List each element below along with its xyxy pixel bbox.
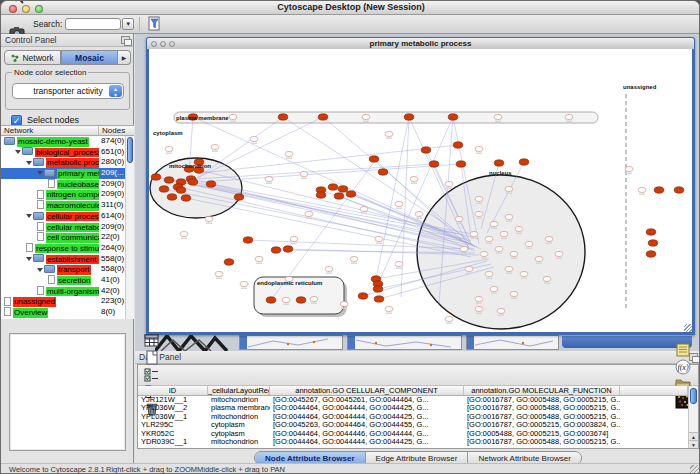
expand-arrow-icon[interactable]	[26, 214, 32, 218]
control-panel-header: Control Panel	[1, 34, 133, 47]
status-zoom-hint: Right-click + drag to ZOOM	[106, 465, 197, 474]
tree-row[interactable]: nucleobase-209(0)	[1, 179, 134, 190]
tree-row[interactable]: cellular metabo209(0)	[1, 222, 134, 233]
column-header[interactable]: _cellularLayoutRegion	[208, 386, 270, 395]
table-row[interactable]: YDR039C__1mitochondrion[GO:0044464, GO:0…	[138, 438, 688, 446]
tree-row[interactable]: nitrogen compo209(0)	[1, 189, 134, 200]
network-file-icon	[37, 232, 44, 241]
table-cell: mitochondrion	[208, 438, 270, 446]
network-window-titlebar[interactable]: primary metabolic process	[147, 38, 694, 49]
select-nodes-checkbox[interactable]: ✓	[11, 115, 22, 126]
filter-icon[interactable]	[145, 16, 165, 33]
table-cell: cytoplasm	[208, 421, 270, 429]
data-panel-toolbar: f(x)	[138, 365, 698, 386]
tree-row[interactable]: Overview8(0)	[1, 307, 134, 318]
background-window-fragment[interactable]	[239, 335, 343, 350]
table-cell: cytoplasm	[208, 430, 270, 438]
background-window-fragment[interactable]	[466, 335, 559, 350]
more-tabs-button[interactable]: ▶	[118, 50, 131, 65]
tab-label: Network	[22, 53, 53, 63]
background-window-fragment[interactable]	[347, 335, 462, 350]
tree-column-nodes[interactable]: Nodes	[99, 126, 134, 135]
function-builder-icon[interactable]: f(x)	[673, 358, 692, 375]
network-view-window: primary metabolic process plasma membran…	[146, 37, 695, 335]
network-tab-icon	[11, 54, 19, 62]
window-minimize-button[interactable]	[160, 41, 166, 47]
tree-row[interactable]: macromolecule311(0)	[1, 200, 134, 211]
svg-text:endoplasmic reticulum: endoplasmic reticulum	[257, 280, 322, 286]
tree-row-content: unassigned	[4, 296, 99, 307]
tree-row[interactable]: response to stimulu264(0)	[1, 243, 134, 254]
notes-icon[interactable]	[673, 341, 692, 358]
table-scrollbar-thumb[interactable]	[690, 388, 697, 404]
table-row[interactable]: YJR121W__1mitochondrion[GO:0045267, GO:0…	[138, 396, 688, 404]
tree-column-network[interactable]: Network	[1, 126, 99, 135]
expand-arrow-icon[interactable]	[26, 161, 32, 165]
app-resize-grip[interactable]	[690, 465, 700, 474]
tree-scrollbar[interactable]	[125, 136, 134, 319]
column-header[interactable]: annotation.GO MOLECULAR_FUNCTION	[464, 386, 620, 395]
search-label: Search:	[33, 19, 62, 29]
status-pan-hint: Middle-click + drag to PAN	[197, 465, 285, 474]
table-cell: [GO:0016787, GO:0005488, GO:0005215, G..…	[464, 404, 620, 412]
expand-arrow-icon[interactable]	[37, 171, 43, 175]
tree-row-content: multi-organism pro	[37, 286, 99, 297]
expand-arrow-icon[interactable]	[15, 150, 21, 154]
folder-icon	[44, 265, 55, 273]
scroll-up-button[interactable]: ▲	[689, 432, 698, 440]
tree-row[interactable]: transport558(0)	[1, 264, 134, 275]
expand-arrow-icon[interactable]	[37, 268, 43, 272]
table-scrollbar[interactable]: ▲ ▼	[688, 386, 698, 448]
network-file-icon	[4, 297, 11, 306]
expand-arrow-icon[interactable]	[26, 257, 32, 261]
main-toolbar: Search: ▼	[1, 15, 700, 34]
column-header[interactable]: annotation.GO CELLULAR_COMPONENT	[270, 386, 464, 395]
network-label: secretion	[57, 276, 91, 286]
tree-row[interactable]: secretion41(0)	[1, 275, 134, 286]
network-label: macromolecule	[46, 201, 99, 211]
float-panel-icon[interactable]	[121, 36, 130, 44]
search-dropdown-button[interactable]: ▼	[122, 18, 134, 30]
table-cell: mitochondrion	[208, 413, 270, 421]
column-header[interactable]: ID	[138, 386, 208, 395]
table-row[interactable]: YPL036W__1mitochondrion[GO:0044464, GO:0…	[138, 413, 688, 421]
search-input[interactable]	[65, 18, 121, 30]
attribute-table: ID_cellularLayoutRegionannotation.GO CEL…	[138, 386, 688, 448]
window-close-button[interactable]	[151, 41, 157, 47]
tree-row[interactable]: cell communicat22(0)	[1, 232, 134, 243]
tree-scrollbar-thumb[interactable]	[127, 137, 133, 163]
window-resize-grip[interactable]	[684, 324, 692, 332]
network-label: response to stimulu	[35, 244, 99, 254]
tree-row-content: cellular metabo	[37, 222, 99, 233]
network-canvas[interactable]: plasma membranecytoplasmmitochondrionnuc…	[149, 49, 692, 332]
new-attribute-icon[interactable]	[142, 350, 161, 367]
tab-network[interactable]: Network	[4, 50, 61, 65]
table-row[interactable]: YPL036W__2plasma membrane[GO:0044464, GO…	[138, 404, 688, 412]
window-zoom-button[interactable]	[169, 41, 175, 47]
tree-row[interactable]: mosaic-demo-yeast874(0)	[1, 136, 134, 147]
network-file-icon	[26, 243, 33, 252]
node-color-select[interactable]: transporter activity ▲▼	[12, 83, 124, 99]
zoom-selected-icon[interactable]	[7, 0, 27, 6]
tree-row[interactable]: unassigned223(0)	[1, 296, 134, 307]
table-row[interactable]: YLR295Ccytoplasm[GO:0045263, GO:0044464,…	[138, 421, 688, 429]
tree-row[interactable]: multi-organism pro42(0)	[1, 286, 134, 297]
network-desktop: primary metabolic process plasma membran…	[135, 34, 700, 351]
tree-row[interactable]: biological_process651(0)	[1, 147, 134, 158]
tree-row[interactable]: metabolic process280(0)	[1, 157, 134, 168]
background-overview-window[interactable]	[155, 334, 235, 351]
tree-row-content: primary metabo	[37, 168, 99, 179]
attribute-table-icon[interactable]	[142, 333, 161, 350]
tree-row[interactable]: primary metabo209(...	[1, 168, 134, 179]
table-row[interactable]: YKR052Ccytoplasm[GO:0044464, GO:0044446,…	[138, 430, 688, 438]
tab-mosaic[interactable]: Mosaic	[61, 50, 118, 65]
tree-row[interactable]: establishment of lo558(0)	[1, 254, 134, 265]
column-header[interactable]	[620, 386, 688, 395]
network-label: cell communicat	[46, 233, 99, 243]
scroll-down-button[interactable]: ▼	[689, 440, 698, 448]
data-panel-header: Data Panel	[135, 351, 700, 364]
tree-row[interactable]: cellular process614(0)	[1, 211, 134, 222]
select-attributes-icon[interactable]	[142, 367, 161, 384]
network-file-icon	[37, 200, 44, 209]
control-panel: Control Panel NetworkMosaic▶ Node color …	[1, 34, 134, 463]
